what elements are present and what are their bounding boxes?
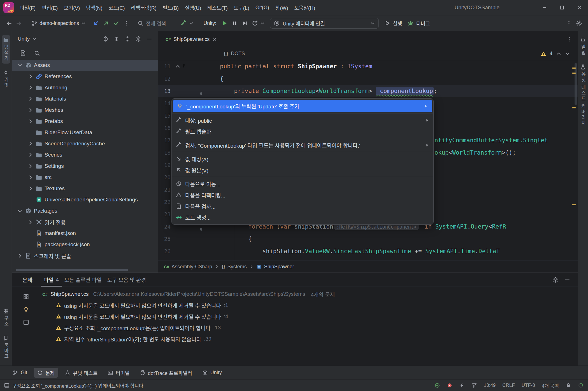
chevron-right-icon[interactable]: [17, 253, 23, 259]
menu-item-1[interactable]: 편집(E): [39, 0, 61, 15]
expand-all-icon[interactable]: [113, 36, 120, 42]
tree-item-authoring[interactable]: Authoring: [12, 82, 158, 93]
close-tab-icon[interactable]: [212, 37, 217, 42]
warning-stripe-mark[interactable]: [572, 68, 576, 69]
warning-stripe-mark[interactable]: [572, 73, 576, 74]
tree-item-packages[interactable]: Packages: [12, 205, 158, 217]
tree-item-읽기-전용[interactable]: 읽기 전용: [12, 217, 158, 228]
debug-button[interactable]: 디버그: [408, 20, 430, 27]
chevron-down-icon[interactable]: [17, 62, 23, 68]
tree-item-assets[interactable]: Assets: [12, 60, 158, 71]
menu-item-0[interactable]: 파일(F): [17, 0, 39, 15]
toolwindow-button-유닛-테스트[interactable]: 유닛 테스트: [61, 368, 101, 378]
menu-item-6[interactable]: 빌드(B): [160, 0, 182, 15]
intention-item-8[interactable]: 다음을 검사...: [172, 201, 433, 212]
problems-tab-파일[interactable]: 파일4: [41, 273, 62, 287]
tree-item-settings[interactable]: Settings: [12, 160, 158, 172]
collapse-all-icon[interactable]: [124, 36, 131, 42]
hide-panel-icon[interactable]: [564, 277, 570, 283]
code-line-13[interactable]: 13 private ComponentLookup<WorldTransfor…: [158, 85, 578, 97]
gear-icon[interactable]: [135, 36, 141, 42]
menu-item-2[interactable]: 보기(V): [61, 0, 83, 15]
run-config-select[interactable]: Unity 에디터에 연결: [270, 18, 379, 29]
indent-widget[interactable]: 4개 공백: [542, 382, 559, 389]
push-button[interactable]: [101, 18, 111, 28]
menu-item-7[interactable]: 실행(U): [182, 0, 204, 15]
problem-item-2[interactable]: 구성요소 조회 '_componentLookup'은(는) 업데이트되어야 합…: [40, 322, 578, 333]
menu-item-5[interactable]: 리팩터링(R): [128, 0, 160, 15]
toolwindow-button-유닛-테스트-커버리지[interactable]: 유닛 테스트 커버리지: [579, 62, 587, 128]
gear-icon[interactable]: [552, 277, 559, 283]
maximize-button[interactable]: [553, 0, 571, 15]
update-project-button[interactable]: [91, 18, 101, 28]
intention-item-9[interactable]: 코드 생성...: [172, 212, 433, 223]
intention-item-6[interactable]: 다음으로 이동...: [172, 178, 433, 189]
problem-item-3[interactable]: 지역 변수 'otherShipStation'이(가) 한 번도 사용되지 않…: [40, 333, 578, 345]
search-icon[interactable]: [34, 50, 40, 56]
sticky-scope-line[interactable]: {} DOTS 4: [158, 47, 578, 60]
warning-stripe-mark[interactable]: [572, 204, 576, 205]
back-button[interactable]: [4, 18, 14, 28]
chevron-right-icon[interactable]: [28, 141, 33, 146]
toolwindow-button-탐색기[interactable]: 탐색기: [2, 35, 10, 64]
menu-item-9[interactable]: 도구(L): [231, 0, 252, 15]
scope-filter-icon[interactable]: [20, 50, 27, 57]
chevron-right-icon[interactable]: [28, 118, 33, 124]
rider-logo-icon[interactable]: RD EAP: [3, 2, 14, 13]
intention-item-4[interactable]: 값 대상(A): [172, 153, 433, 164]
encoding-widget[interactable]: UTF-8: [522, 383, 535, 388]
intention-item-2[interactable]: 필드 캡슐화: [172, 126, 433, 137]
project-hscrollbar[interactable]: [12, 267, 158, 273]
build-button[interactable]: [179, 18, 189, 28]
unity-step-button[interactable]: [240, 18, 250, 28]
intention-item-1[interactable]: 대상: public: [172, 115, 433, 126]
intention-item-7[interactable]: 다음을 리팩터링...: [172, 189, 433, 201]
settings-button[interactable]: [574, 18, 584, 28]
group-by-icon[interactable]: [23, 294, 29, 300]
intention-item-3[interactable]: 검사: ''ComponentLookup' 타입 필드는 사용되기 전에 업데…: [172, 139, 433, 151]
memory-gauge-icon[interactable]: [578, 383, 584, 388]
tree-item-riderflow-userdata[interactable]: RiderFlow.UserData: [12, 127, 158, 138]
toolwindow-button-문제[interactable]: 문제: [34, 368, 58, 378]
power-save-icon[interactable]: [459, 383, 465, 388]
quick-fix-icon[interactable]: [23, 306, 29, 313]
chevron-right-icon[interactable]: [28, 186, 33, 191]
preview-layout-icon[interactable]: [23, 319, 29, 325]
toolwindow-button-git[interactable]: Git: [9, 368, 31, 378]
chevron-right-icon[interactable]: [28, 74, 33, 79]
problem-item-0[interactable]: using 지시문은 코드에서 필요하지 않으며 안전하게 제거될 수 있습니다…: [40, 300, 578, 311]
tab-shipspawner[interactable]: C# ShipSpawner.cs: [162, 31, 221, 47]
toolwindow-button-dottrace-프로파일러[interactable]: dotTrace 프로파일러: [136, 368, 196, 378]
problems-file-row[interactable]: C#ShipSpawner.csC:\Users\Alexandra.Koles…: [40, 288, 578, 300]
fold-icon[interactable]: [175, 64, 181, 69]
chevron-right-icon[interactable]: [28, 174, 33, 180]
toolwindow-button-구조[interactable]: 구조: [2, 306, 10, 329]
problem-item-1[interactable]: using 지시문은 코드에서 필요하지 않으며 안전하게 제거될 수 있습니다…: [40, 311, 578, 322]
chevron-right-icon[interactable]: [28, 96, 33, 102]
locate-file-icon[interactable]: [103, 36, 109, 42]
tree-item-packages-lock-json[interactable]: packages-lock.json: [12, 239, 158, 250]
menu-item-3[interactable]: 탐색(N): [83, 0, 105, 15]
toolwindow-toggle-icon[interactable]: [4, 383, 10, 388]
menu-item-10[interactable]: Git(G): [252, 0, 272, 15]
chevron-right-icon[interactable]: [28, 219, 33, 225]
tab-options-icon[interactable]: [567, 36, 573, 42]
close-button[interactable]: [571, 0, 588, 15]
commit-check-button[interactable]: [111, 18, 121, 28]
menu-item-11[interactable]: 창(W): [272, 0, 291, 15]
minimize-button[interactable]: [536, 0, 553, 15]
editor-vscrollbar[interactable]: [575, 63, 577, 105]
vcs-more-button[interactable]: [121, 18, 131, 28]
unity-pause-button[interactable]: [230, 18, 240, 28]
code-line-26[interactable]: 26 shipStation.ValueRW.SinceLastShipSpaw…: [158, 245, 578, 257]
tree-item-manifest-json[interactable]: manifest.json: [12, 228, 158, 239]
chevron-right-icon[interactable]: [28, 85, 33, 90]
forward-button[interactable]: [14, 18, 24, 28]
line-separator-widget[interactable]: CRLF: [502, 383, 515, 388]
build-options-chevron-icon[interactable]: [189, 21, 194, 26]
toolwindow-button-북마크[interactable]: 북마크: [2, 333, 10, 362]
menu-item-4[interactable]: 코드(C): [105, 0, 128, 15]
search-everywhere-button[interactable]: 전체 검색: [138, 20, 166, 27]
readonly-lock-icon[interactable]: [566, 383, 571, 388]
branch-widget[interactable]: demo-inspections: [29, 20, 88, 26]
